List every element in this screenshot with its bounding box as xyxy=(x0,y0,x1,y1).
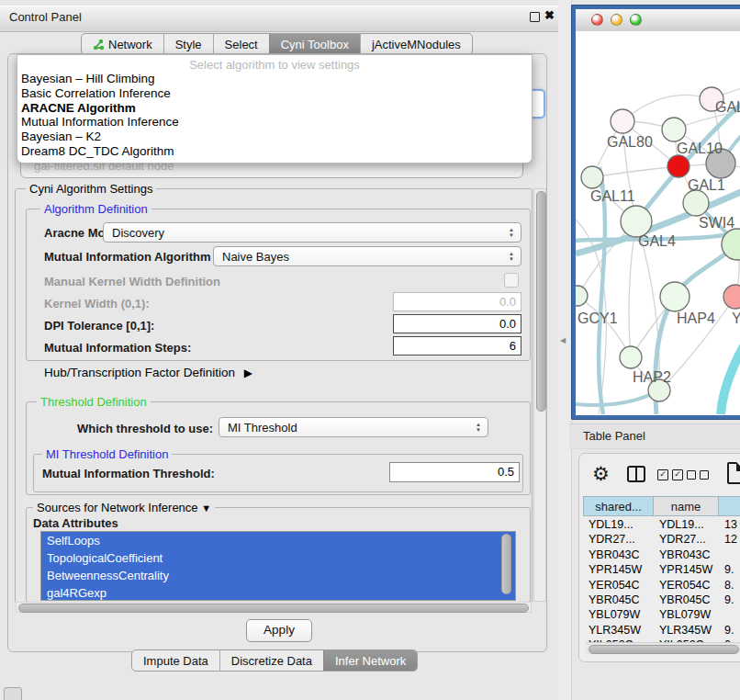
attributes-scrollbar[interactable] xyxy=(501,534,511,594)
gear-icon[interactable]: ⚙ xyxy=(592,463,610,485)
node-gal80[interactable] xyxy=(611,109,634,133)
tab-style[interactable]: Style xyxy=(163,34,213,54)
node-gcy1[interactable] xyxy=(576,286,588,306)
algo-option-aracne-algorithm[interactable]: ARACNE Algorithm xyxy=(17,101,532,116)
table-cell[interactable]: YLR345W xyxy=(589,624,641,637)
column-header-shared[interactable]: shared... xyxy=(583,496,654,516)
stepper-arrows-icon: ▲▼ xyxy=(509,251,514,262)
settings-hscroll-thumb[interactable] xyxy=(18,604,529,613)
table-cell[interactable]: YDL19... xyxy=(659,518,704,531)
document-icon[interactable] xyxy=(727,462,740,484)
network-edge[interactable] xyxy=(721,323,740,414)
table-cell[interactable]: YBR045C xyxy=(589,593,640,606)
minimize-traffic-light[interactable] xyxy=(611,14,622,26)
zoom-traffic-light[interactable] xyxy=(630,14,642,26)
mi-threshold-field[interactable]: 0.5 xyxy=(389,462,520,482)
algo-option-dream8-dc-tdc-algorithm[interactable]: Dream8 DC_TDC Algorithm xyxy=(17,144,532,159)
dpi-tolerance-field[interactable]: 0.0 xyxy=(393,314,521,333)
tab-cyni-toolbox[interactable]: Cyni Toolbox xyxy=(269,34,360,54)
table-cell[interactable]: YER054C xyxy=(659,579,711,592)
table-cell[interactable]: YBL079W xyxy=(659,608,711,621)
checked-rows-icon[interactable]: ✓✓ xyxy=(657,469,683,480)
table-cell[interactable]: 12 xyxy=(724,533,737,546)
attribute-gal4rgexp[interactable]: gal4RGexp xyxy=(41,584,515,601)
tab-select[interactable]: Select xyxy=(213,34,269,54)
network-edge[interactable] xyxy=(629,221,636,357)
table-hscroll-thumb[interactable] xyxy=(589,645,739,654)
mi-threshold-definition-title: MI Threshold Definition xyxy=(42,447,172,461)
splitter-collapse-icon[interactable]: ◀ xyxy=(560,336,566,344)
gene-network-graph: GALGAL80GAL10GAL1GAL11SWI4GAL4GCY1HAP4YH… xyxy=(576,31,740,415)
table-cell[interactable]: YDR27... xyxy=(589,533,635,546)
float-window-icon[interactable] xyxy=(530,12,540,22)
attribute-betweennesscentrality[interactable]: BetweennessCentrality xyxy=(41,567,515,584)
table-cell[interactable]: 9. xyxy=(724,593,734,606)
table-cell[interactable]: YPR145W xyxy=(659,563,712,576)
table-cell[interactable]: YDR27... xyxy=(659,533,706,546)
table-hscroll-track[interactable] xyxy=(586,642,740,654)
node-mid-green[interactable] xyxy=(683,190,709,216)
table-cell[interactable]: 13 xyxy=(724,518,737,531)
node-salmon[interactable] xyxy=(723,285,740,309)
attribute-topologicalcoefficient[interactable]: TopologicalCoefficient xyxy=(41,549,515,567)
algo-option-basic-correlation-inference[interactable]: Basic Correlation Inference xyxy=(17,86,532,101)
stepper-arrows-icon: ▲▼ xyxy=(509,227,514,238)
network-edge[interactable] xyxy=(622,95,712,121)
mi-steps-field[interactable]: 6 xyxy=(393,336,521,356)
table-cell[interactable]: 9. xyxy=(724,563,734,576)
bottom-tab-impute-data-label: Impute Data xyxy=(143,654,208,668)
network-edge[interactable] xyxy=(577,296,631,357)
algo-option-bayesian-hill-climbing[interactable]: Bayesian – Hill Climbing xyxy=(17,72,532,86)
manual-kernel-checkbox[interactable] xyxy=(504,273,519,288)
bottom-tab-infer-network[interactable]: Infer Network xyxy=(323,650,417,671)
table-cell[interactable]: YLR345W xyxy=(659,624,712,637)
column-header-name[interactable]: name xyxy=(654,496,719,516)
which-threshold-combo[interactable]: MI Threshold ▲▼ xyxy=(219,417,488,437)
tab-jactivemnodules[interactable]: jActiveMNodules xyxy=(360,34,472,54)
unchecked-rows-icon[interactable] xyxy=(687,470,709,480)
columns-icon[interactable] xyxy=(627,466,645,482)
column-header-clipped[interactable] xyxy=(719,496,740,516)
bottom-tab-impute-data[interactable]: Impute Data xyxy=(132,650,219,671)
hub-definition-label: Hub/Transcription Factor Definition xyxy=(44,366,235,379)
data-attributes-list[interactable]: SelfLoopsTopologicalCoefficientBetweenne… xyxy=(40,531,516,601)
node-gal10[interactable] xyxy=(662,118,686,141)
tab-network[interactable]: Network xyxy=(82,34,163,54)
table-cell[interactable]: 9. xyxy=(724,624,734,637)
close-icon[interactable]: ✖ xyxy=(544,8,555,22)
table-cell[interactable]: YER054C xyxy=(589,579,640,592)
table-cell[interactable]: YBR043C xyxy=(589,548,640,561)
collapsed-panel-chip[interactable] xyxy=(4,687,22,700)
close-traffic-light[interactable] xyxy=(591,14,603,26)
table-cell[interactable]: YBR045C xyxy=(659,593,711,606)
mi-type-combo[interactable]: Naive Bayes ▲▼ xyxy=(213,246,521,266)
node-gal11[interactable] xyxy=(581,166,603,188)
network-canvas[interactable]: GALGAL80GAL10GAL1GAL11SWI4GAL4GCY1HAP4YH… xyxy=(576,31,740,415)
node-hap4[interactable] xyxy=(660,282,690,311)
network-edge[interactable] xyxy=(576,390,659,405)
node-hap2[interactable] xyxy=(620,346,642,368)
table-cell[interactable]: YPR145W xyxy=(589,563,642,576)
node-gal1-red[interactable] xyxy=(667,155,690,177)
table-cell[interactable]: YBL079W xyxy=(589,608,640,621)
collapse-arrow-icon: ▼ xyxy=(201,502,211,514)
bottom-tab-discretize-data[interactable]: Discretize Data xyxy=(219,650,323,671)
sources-title[interactable]: Sources for Network Inference ▼ xyxy=(33,501,215,514)
table-cell[interactable]: YDL19... xyxy=(589,518,633,531)
aracne-mode-combo[interactable]: Discovery ▲▼ xyxy=(103,222,521,243)
table-cell[interactable]: YBR043C xyxy=(659,548,711,561)
kernel-width-field[interactable]: 0.0 xyxy=(393,292,521,311)
table-cell[interactable]: 8. xyxy=(724,579,734,592)
panel-splitter[interactable] xyxy=(558,0,572,700)
network-edge[interactable] xyxy=(592,166,678,177)
mi-threshold-label: Mutual Information Threshold: xyxy=(42,467,215,480)
algo-option-bayesian-k2[interactable]: Bayesian – K2 xyxy=(17,130,532,144)
mi-type-value: Naive Bayes xyxy=(222,250,289,264)
algo-option-mutual-information-inference[interactable]: Mutual Information Inference xyxy=(17,115,532,130)
hub-definition-expander[interactable]: Hub/Transcription Factor Definition ▶ xyxy=(44,366,252,379)
node-gal4[interactable] xyxy=(621,206,652,237)
algorithm-dropdown-placeholder: Select algorithm to view settings xyxy=(17,58,532,72)
attribute-selfloops[interactable]: SelfLoops xyxy=(41,532,515,549)
apply-button[interactable]: Apply xyxy=(246,619,312,642)
settings-vscroll-thumb[interactable] xyxy=(536,191,546,412)
